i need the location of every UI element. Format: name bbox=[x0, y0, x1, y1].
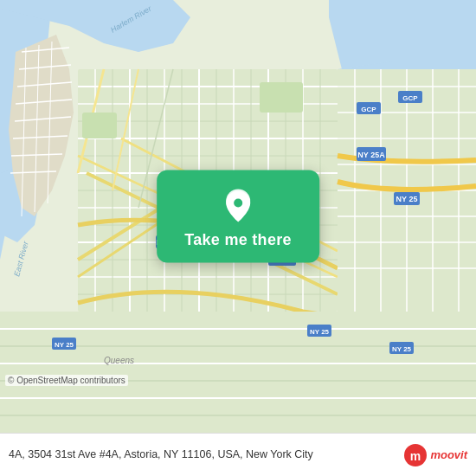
bottom-bar: 4A, 3504 31st Ave #4A, Astoria, NY 11106… bbox=[0, 433, 476, 476]
copyright-notice: © OpenStreetMap contributors bbox=[5, 375, 128, 386]
svg-rect-49 bbox=[260, 82, 303, 113]
svg-text:Queens: Queens bbox=[104, 356, 134, 365]
moovit-logo: m moovit bbox=[403, 443, 467, 467]
svg-text:NY 25A: NY 25A bbox=[357, 151, 385, 159]
svg-rect-48 bbox=[82, 113, 117, 138]
svg-text:GCP: GCP bbox=[402, 94, 418, 102]
svg-text:NY 25: NY 25 bbox=[310, 328, 330, 336]
green-card[interactable]: Take me there bbox=[157, 170, 319, 263]
svg-text:NY 25: NY 25 bbox=[55, 341, 74, 349]
moovit-brand-text: moovit bbox=[430, 448, 467, 461]
address-text: 4A, 3504 31st Ave #4A, Astoria, NY 11106… bbox=[9, 447, 398, 461]
svg-text:m: m bbox=[410, 449, 421, 463]
moovit-icon: m bbox=[403, 443, 428, 467]
svg-text:NY 25: NY 25 bbox=[392, 345, 412, 353]
svg-point-93 bbox=[234, 199, 242, 208]
location-pin-icon bbox=[219, 186, 257, 224]
take-me-there-button[interactable]: Take me there bbox=[184, 231, 292, 249]
svg-text:NY 25: NY 25 bbox=[396, 195, 418, 203]
svg-text:GCP: GCP bbox=[361, 106, 376, 113]
navigation-button-overlay: Take me there bbox=[157, 170, 319, 263]
map-container: NY 25A NY 25A NY 25A NY 25 GCP GCP NY 25… bbox=[0, 0, 476, 433]
